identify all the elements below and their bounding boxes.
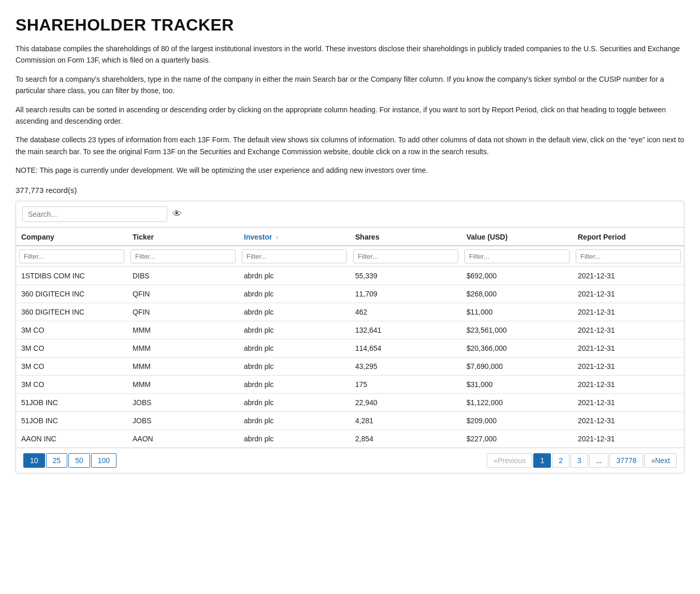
page-3-button[interactable]: 3 [571,453,588,468]
col-header-value[interactable]: Value (USD) [461,228,573,246]
search-bar-row: 👁 [16,201,684,228]
filter-shares[interactable] [353,249,458,263]
desc-para-1: This database compiles the shareholdings… [16,43,684,66]
cell-report_period: 2021-12-31 [573,393,684,411]
page-last-button[interactable]: 37778 [609,453,643,468]
cell-shares: 11,709 [350,285,461,303]
page-size-100[interactable]: 100 [91,453,116,468]
page-size-50[interactable]: 50 [68,453,90,468]
table-row[interactable]: AAON INCAAONabrdn plc2,854$227,0002021-1… [16,429,684,448]
cell-investor: abrdn plc [239,357,350,375]
cell-ticker: MMM [127,375,239,393]
cell-ticker: AAON [127,429,239,448]
cell-value_usd: $7,690,000 [461,357,573,375]
desc-para-4: The database collects 23 types of inform… [16,134,684,157]
page-size-25[interactable]: 25 [46,453,68,468]
table-row[interactable]: 51JOB INCJOBSabrdn plc22,940$1,122,00020… [16,393,684,411]
cell-company: 360 DIGITECH INC [16,285,127,303]
cell-report_period: 2021-12-31 [573,411,684,429]
col-header-ticker[interactable]: Ticker [127,228,239,246]
sort-arrow-investor: ↑ [275,234,279,241]
cell-ticker: JOBS [127,393,239,411]
filter-value[interactable] [464,249,570,263]
col-header-report-period[interactable]: Report Period [573,228,684,246]
filter-report-period[interactable] [576,249,681,263]
cell-company: 3M CO [16,339,127,357]
cell-report_period: 2021-12-31 [573,375,684,393]
cell-shares: 175 [350,375,461,393]
cell-value_usd: $23,561,000 [461,321,573,339]
table-row[interactable]: 3M COMMMabrdn plc114,654$20,366,0002021-… [16,339,684,357]
search-input[interactable] [22,206,167,222]
cell-investor: abrdn plc [239,285,350,303]
table-row[interactable]: 360 DIGITECH INCQFINabrdn plc462$11,0002… [16,303,684,321]
cell-shares: 462 [350,303,461,321]
col-header-company[interactable]: Company [16,228,127,246]
filter-ticker[interactable] [130,249,236,263]
cell-investor: abrdn plc [239,375,350,393]
cell-investor: abrdn plc [239,429,350,448]
page-title: SHAREHOLDER TRACKER [16,16,684,35]
next-button[interactable]: »Next [644,453,677,468]
main-table-container: 👁 Company Ticker Investor ↑ Shares Value… [16,201,684,473]
page-size-buttons: 10 25 50 100 [23,453,116,468]
desc-para-5: NOTE: This page is currently under devel… [16,165,684,176]
column-header-row: Company Ticker Investor ↑ Shares Value (… [16,228,684,246]
col-header-shares[interactable]: Shares [350,228,461,246]
page-size-10[interactable]: 10 [23,453,45,468]
cell-report_period: 2021-12-31 [573,303,684,321]
cell-company: 3M CO [16,321,127,339]
page-2-button[interactable]: 2 [552,453,570,468]
page-nav-buttons: «Previous 1 2 3 ... 37778 »Next [487,453,677,468]
cell-ticker: JOBS [127,411,239,429]
cell-report_period: 2021-12-31 [573,339,684,357]
cell-value_usd: $692,000 [461,266,573,285]
cell-investor: abrdn plc [239,321,350,339]
table-row[interactable]: 1STDIBS COM INCDIBSabrdn plc55,339$692,0… [16,266,684,285]
desc-para-2: To search for a company's shareholders, … [16,73,684,97]
table-row[interactable]: 360 DIGITECH INCQFINabrdn plc11,709$268,… [16,285,684,303]
prev-button[interactable]: «Previous [487,453,532,468]
cell-value_usd: $20,366,000 [461,339,573,357]
cell-value_usd: $227,000 [461,429,573,448]
cell-value_usd: $11,000 [461,303,573,321]
eye-icon[interactable]: 👁 [172,209,182,219]
table-row[interactable]: 3M COMMMabrdn plc43,295$7,690,0002021-12… [16,357,684,375]
cell-company: 3M CO [16,357,127,375]
filter-company[interactable] [19,249,124,263]
cell-investor: abrdn plc [239,393,350,411]
cell-company: 51JOB INC [16,411,127,429]
pagination-row: 10 25 50 100 «Previous 1 2 3 ... 37778 »… [16,448,684,473]
description-block: This database compiles the shareholdings… [16,43,684,176]
cell-ticker: DIBS [127,266,239,285]
record-count: 377,773 record(s) [16,186,684,195]
cell-value_usd: $268,000 [461,285,573,303]
cell-shares: 114,654 [350,339,461,357]
cell-ticker: MMM [127,321,239,339]
cell-shares: 43,295 [350,357,461,375]
table-body: 1STDIBS COM INCDIBSabrdn plc55,339$692,0… [16,266,684,448]
col-header-investor[interactable]: Investor ↑ [239,228,350,246]
cell-company: 360 DIGITECH INC [16,303,127,321]
cell-investor: abrdn plc [239,303,350,321]
cell-company: 3M CO [16,375,127,393]
cell-shares: 4,281 [350,411,461,429]
filter-investor[interactable] [242,249,347,263]
cell-ticker: MMM [127,339,239,357]
table-row[interactable]: 3M COMMMabrdn plc175$31,0002021-12-31 [16,375,684,393]
table-row[interactable]: 51JOB INCJOBSabrdn plc4,281$209,0002021-… [16,411,684,429]
cell-ticker: QFIN [127,285,239,303]
cell-ticker: QFIN [127,303,239,321]
cell-shares: 2,854 [350,429,461,448]
table-row[interactable]: 3M COMMMabrdn plc132,641$23,561,0002021-… [16,321,684,339]
cell-report_period: 2021-12-31 [573,285,684,303]
cell-report_period: 2021-12-31 [573,321,684,339]
cell-company: AAON INC [16,429,127,448]
cell-value_usd: $1,122,000 [461,393,573,411]
cell-investor: abrdn plc [239,339,350,357]
cell-report_period: 2021-12-31 [573,266,684,285]
cell-shares: 55,339 [350,266,461,285]
cell-value_usd: $209,000 [461,411,573,429]
page-1-button[interactable]: 1 [533,453,551,468]
cell-shares: 132,641 [350,321,461,339]
